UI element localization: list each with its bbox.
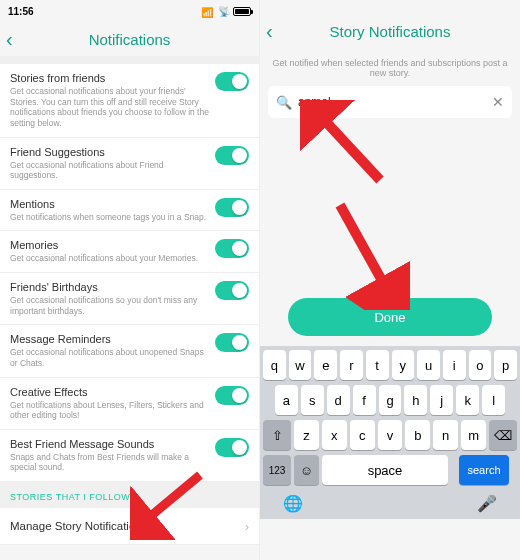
key-z[interactable]: z	[294, 420, 319, 450]
key-w[interactable]: w	[289, 350, 312, 380]
setting-best-friend-sounds[interactable]: Best Friend Message Sounds Snaps and Cha…	[0, 430, 259, 482]
status-icons: 📶 📡	[201, 6, 251, 17]
search-value: anmol	[298, 95, 492, 109]
key-g[interactable]: g	[379, 385, 402, 415]
key-delete[interactable]: ⌫	[489, 420, 517, 450]
setting-mentions[interactable]: Mentions Get notifications when someone …	[0, 190, 259, 232]
settings-list: Stories from friends Get occasional noti…	[0, 64, 259, 482]
key-x[interactable]: x	[322, 420, 347, 450]
toggle-switch[interactable]	[215, 198, 249, 217]
page-title: Notifications	[89, 31, 171, 48]
results-area	[260, 118, 520, 298]
key-o[interactable]: o	[469, 350, 492, 380]
key-k[interactable]: k	[456, 385, 479, 415]
key-f[interactable]: f	[353, 385, 376, 415]
setting-birthdays[interactable]: Friends' Birthdays Get occasional notifi…	[0, 273, 259, 325]
done-button[interactable]: Done	[288, 298, 492, 336]
signal-icon: 📶	[201, 7, 215, 16]
globe-icon[interactable]: 🌐	[283, 494, 303, 513]
key-emoji[interactable]: ☺	[294, 455, 319, 485]
key-search[interactable]: search	[459, 455, 509, 485]
keyboard: q w e r t y u i o p a s d f g h j k l	[260, 346, 520, 519]
chevron-right-icon: ›	[245, 520, 249, 534]
key-n[interactable]: n	[433, 420, 458, 450]
left-phone: 11:56 📶 📡 ‹ Notifications Stories from f…	[0, 0, 260, 560]
back-button[interactable]: ‹	[266, 20, 273, 43]
toggle-switch[interactable]	[215, 72, 249, 91]
back-button[interactable]: ‹	[6, 28, 13, 51]
wifi-icon: 📡	[218, 6, 230, 17]
key-d[interactable]: d	[327, 385, 350, 415]
key-m[interactable]: m	[461, 420, 486, 450]
status-bar: 11:56 📶 📡	[0, 0, 259, 22]
key-shift[interactable]: ⇧	[263, 420, 291, 450]
toggle-switch[interactable]	[215, 438, 249, 457]
key-e[interactable]: e	[314, 350, 337, 380]
search-icon: 🔍	[276, 95, 292, 110]
key-j[interactable]: j	[430, 385, 453, 415]
kb-row-2: a s d f g h j k l	[263, 385, 517, 415]
page-title: Story Notifications	[330, 23, 451, 40]
key-y[interactable]: y	[392, 350, 415, 380]
status-bar	[260, 0, 520, 14]
right-phone: ‹ Story Notifications Get notified when …	[260, 0, 520, 560]
toggle-switch[interactable]	[215, 146, 249, 165]
key-v[interactable]: v	[378, 420, 403, 450]
key-q[interactable]: q	[263, 350, 286, 380]
setting-creative-effects[interactable]: Creative Effects Get notifications about…	[0, 378, 259, 430]
kb-bottom-bar: 🌐 🎤	[263, 490, 517, 519]
setting-memories[interactable]: Memories Get occasional notifications ab…	[0, 231, 259, 273]
key-p[interactable]: p	[494, 350, 517, 380]
key-i[interactable]: i	[443, 350, 466, 380]
toggle-switch[interactable]	[215, 333, 249, 352]
search-input[interactable]: 🔍 anmol ✕	[268, 86, 512, 118]
clear-icon[interactable]: ✕	[492, 94, 504, 110]
key-t[interactable]: t	[366, 350, 389, 380]
key-b[interactable]: b	[405, 420, 430, 450]
key-numbers[interactable]: 123	[263, 455, 291, 485]
battery-icon	[233, 7, 251, 16]
setting-friend-suggestions[interactable]: Friend Suggestions Get occasional notifi…	[0, 138, 259, 190]
toggle-switch[interactable]	[215, 281, 249, 300]
setting-stories-from-friends[interactable]: Stories from friends Get occasional noti…	[0, 64, 259, 138]
kb-row-3: ⇧ z x c v b n m ⌫	[263, 420, 517, 450]
key-s[interactable]: s	[301, 385, 324, 415]
manage-story-notifications[interactable]: Manage Story Notifications ›	[0, 508, 259, 545]
toggle-switch[interactable]	[215, 386, 249, 405]
key-space[interactable]: space	[322, 455, 448, 485]
kb-row-1: q w e r t y u i o p	[263, 350, 517, 380]
setting-message-reminders[interactable]: Message Reminders Get occasional notific…	[0, 325, 259, 377]
key-a[interactable]: a	[275, 385, 298, 415]
subtitle: Get notified when selected friends and s…	[260, 48, 520, 86]
key-r[interactable]: r	[340, 350, 363, 380]
key-c[interactable]: c	[350, 420, 375, 450]
key-h[interactable]: h	[404, 385, 427, 415]
toggle-switch[interactable]	[215, 239, 249, 258]
key-l[interactable]: l	[482, 385, 505, 415]
key-u[interactable]: u	[417, 350, 440, 380]
mic-icon[interactable]: 🎤	[477, 494, 497, 513]
kb-row-4: 123 ☺ space search	[263, 455, 517, 485]
nav-bar: ‹ Notifications	[0, 22, 259, 56]
status-time: 11:56	[8, 6, 34, 17]
section-header: STORIES THAT I FOLLOW	[0, 482, 259, 508]
nav-bar: ‹ Story Notifications	[260, 14, 520, 48]
